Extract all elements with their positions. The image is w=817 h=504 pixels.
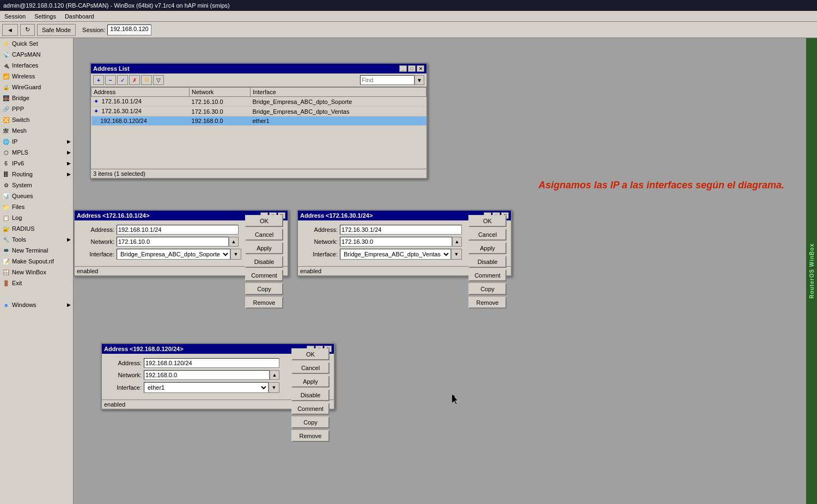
sidebar-label-files: Files xyxy=(12,204,25,210)
dialog1-network-up[interactable]: ▲ xyxy=(229,237,239,247)
dialog3-network-up[interactable]: ▲ xyxy=(270,370,279,380)
cell-interface: Bridge_Empresa_ABC_dpto_Ventas xyxy=(250,107,426,116)
menu-settings[interactable]: Settings xyxy=(30,12,60,21)
dialog1-copy-button[interactable]: Copy xyxy=(245,283,283,295)
dialog3-network-row: Network: ▲ xyxy=(106,370,279,380)
sidebar-item-new-winbox[interactable]: 🪟 New WinBox xyxy=(0,267,73,278)
address-list-title-bar[interactable]: Address List _ □ ✕ xyxy=(91,64,426,73)
close-button[interactable]: ✕ xyxy=(417,65,424,72)
dialog2-network-up[interactable]: ▲ xyxy=(452,237,462,247)
table-row[interactable]: ✦ 172.16.30.1/24 172.16.30.0 Bridge_Empr… xyxy=(92,107,426,116)
dialog1-address-label: Address: xyxy=(79,226,114,233)
sidebar-item-log[interactable]: 📋 Log xyxy=(0,212,73,223)
dialog1-remove-button[interactable]: Remove xyxy=(245,297,283,309)
dialog2-interface-select[interactable]: Bridge_Empresa_ABC_dpto_Ventas xyxy=(340,249,451,260)
dialog2-apply-button[interactable]: Apply xyxy=(468,242,507,254)
sidebar-item-system[interactable]: ⚙ System xyxy=(0,180,73,190)
sidebar-item-interfaces[interactable]: 🔌 Interfaces xyxy=(0,60,73,71)
find-dropdown-button[interactable]: ▼ xyxy=(414,75,424,85)
dialog3-copy-button[interactable]: Copy xyxy=(291,416,330,428)
dialog1-interface-dropdown[interactable]: ▼ xyxy=(230,249,241,260)
dialog2-cancel-button[interactable]: Cancel xyxy=(468,229,507,241)
dialog1-ok-button[interactable]: OK xyxy=(245,215,283,227)
sidebar-item-ip[interactable]: 🌐 IP ▶ xyxy=(0,136,73,147)
back-button[interactable]: ◄ xyxy=(2,24,18,36)
sidebar-label-bridge: Bridge xyxy=(12,95,29,101)
sidebar-item-quick-set[interactable]: ⚡ Quick Set xyxy=(0,38,73,49)
sidebar-item-ipv6[interactable]: 6 IPv6 ▶ xyxy=(0,158,73,169)
sidebar-item-wireguard[interactable]: 🔒 WireGuard xyxy=(0,82,73,93)
sidebar-item-exit[interactable]: 🚪 Exit xyxy=(0,278,73,288)
sidebar-item-windows[interactable]: ■ Windows ▶ xyxy=(0,299,73,310)
dialog2-copy-button[interactable]: Copy xyxy=(468,283,507,295)
sidebar-item-capsman[interactable]: 📡 CAPsMAN xyxy=(0,49,73,60)
remove-button[interactable]: − xyxy=(105,75,116,85)
sidebar-item-switch[interactable]: 🔀 Switch xyxy=(0,114,73,125)
capsman-icon: 📡 xyxy=(2,51,10,58)
dialog3-comment-button[interactable]: Comment xyxy=(291,403,330,415)
col-network[interactable]: Network xyxy=(190,88,251,97)
table-row[interactable]: ○ 192.168.0.120/24 192.168.0.0 ether1 xyxy=(92,116,426,126)
radius-icon: 🔐 xyxy=(2,225,10,232)
find-input[interactable] xyxy=(360,75,414,85)
dialog3-disable-button[interactable]: Disable xyxy=(291,389,330,401)
dialog1-disable-button[interactable]: Disable xyxy=(245,256,283,268)
dialog3-network-input[interactable] xyxy=(144,370,270,380)
dialog2-network-input[interactable] xyxy=(340,237,452,247)
minimize-button[interactable]: _ xyxy=(399,65,407,72)
dialog2-ok-button[interactable]: OK xyxy=(468,215,507,227)
system-icon: ⚙ xyxy=(2,181,10,189)
copy-button[interactable]: ⧉ xyxy=(141,75,152,85)
cell-address: ✦ 172.16.30.1/24 xyxy=(92,107,190,116)
main-layout: ⚡ Quick Set 📡 CAPsMAN 🔌 Interfaces 📶 Wir… xyxy=(0,38,817,504)
sidebar-item-radius[interactable]: 🔐 RADIUS xyxy=(0,223,73,234)
dialog3-apply-button[interactable]: Apply xyxy=(291,376,330,388)
sidebar-item-routing[interactable]: 🛤 Routing ▶ xyxy=(0,169,73,180)
sidebar-item-tools[interactable]: 🔧 Tools ▶ xyxy=(0,234,73,245)
sidebar-item-queues[interactable]: 📊 Queues xyxy=(0,190,73,201)
dialog3-cancel-button[interactable]: Cancel xyxy=(291,362,330,374)
col-interface[interactable]: Interface xyxy=(250,88,426,97)
sidebar-item-mpls[interactable]: ⬡ MPLS ▶ xyxy=(0,147,73,158)
refresh-button[interactable]: ↻ xyxy=(20,24,35,36)
dialog2-interface-dropdown[interactable]: ▼ xyxy=(451,249,462,260)
dialog1-title: Address <172.16.10.1/24> xyxy=(77,212,149,219)
dialog2-disable-button[interactable]: Disable xyxy=(468,256,507,268)
dialog3-interface-dropdown[interactable]: ▼ xyxy=(269,382,279,393)
table-row[interactable]: ✦ 172.16.10.1/24 172.16.10.0 Bridge_Empr… xyxy=(92,97,426,107)
cell-network: 192.168.0.0 xyxy=(190,116,251,126)
sidebar-item-files[interactable]: 📁 Files xyxy=(0,201,73,212)
dialog3-interface-select[interactable]: ether1 xyxy=(144,382,269,393)
dialog2-comment-button[interactable]: Comment xyxy=(468,269,507,281)
dialog1-comment-button[interactable]: Comment xyxy=(245,269,283,281)
sidebar-label-tools: Tools xyxy=(12,236,26,243)
menu-session[interactable]: Session xyxy=(0,12,30,21)
menu-dashboard[interactable]: Dashboard xyxy=(60,12,99,21)
dialog1-network-input[interactable] xyxy=(117,237,229,247)
cell-interface: ether1 xyxy=(250,116,426,126)
dialog1-interface-select[interactable]: Bridge_Empresa_ABC_dpto_Soporte xyxy=(117,249,230,260)
dialog1-cancel-button[interactable]: Cancel xyxy=(245,229,283,241)
col-address[interactable]: Address xyxy=(92,88,190,97)
dialog1-address-input[interactable] xyxy=(117,225,239,235)
dialog2-remove-button[interactable]: Remove xyxy=(468,297,507,309)
enable-button[interactable]: ✓ xyxy=(117,75,128,85)
safe-mode-button[interactable]: Safe Mode xyxy=(37,24,76,36)
sidebar-item-ppp[interactable]: 🔗 PPP xyxy=(0,103,73,114)
routing-icon: 🛤 xyxy=(2,170,10,178)
sidebar-item-bridge[interactable]: 🌉 Bridge xyxy=(0,93,73,103)
sidebar-item-wireless[interactable]: 📶 Wireless xyxy=(0,71,73,82)
dialog2-address-input[interactable] xyxy=(340,225,462,235)
add-button[interactable]: + xyxy=(93,75,104,85)
dialog3-remove-button[interactable]: Remove xyxy=(291,430,330,442)
address-list-toolbar: + − ✓ ✗ ⧉ ▽ ▼ xyxy=(91,73,426,87)
disable-button[interactable]: ✗ xyxy=(129,75,140,85)
dialog3-ok-button[interactable]: OK xyxy=(291,348,330,360)
dialog3-address-input[interactable] xyxy=(144,358,279,368)
sidebar-item-make-supout[interactable]: 📝 Make Supout.rif xyxy=(0,256,73,267)
maximize-button[interactable]: □ xyxy=(408,65,416,72)
dialog1-apply-button[interactable]: Apply xyxy=(245,242,283,254)
sidebar-item-mesh[interactable]: 🕸 Mesh xyxy=(0,125,73,136)
filter-button[interactable]: ▽ xyxy=(153,75,164,85)
sidebar-item-new-terminal[interactable]: 💻 New Terminal xyxy=(0,245,73,256)
